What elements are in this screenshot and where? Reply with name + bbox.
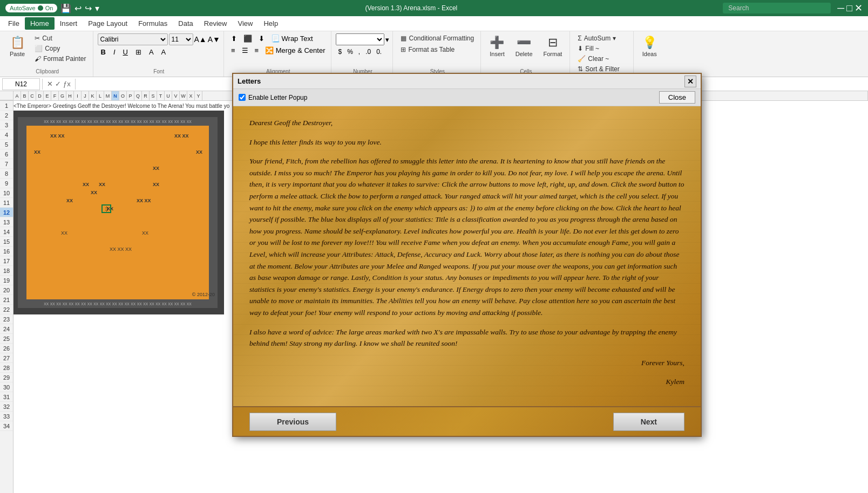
increase-decimal-button[interactable]: .0 xyxy=(363,47,373,57)
italic-button[interactable]: I xyxy=(110,47,119,57)
align-top-button[interactable]: ⬆ xyxy=(228,33,240,44)
number-format-arrow: ▾ xyxy=(385,36,389,44)
format-as-table-icon: ⊞ xyxy=(401,46,406,53)
formula-bar-divider xyxy=(42,79,43,90)
percent-button[interactable]: % xyxy=(345,47,355,57)
menu-review[interactable]: Review xyxy=(199,17,233,30)
align-row2: ≡ ☰ ≡ 🔀 Merge & Center xyxy=(228,45,328,56)
save-icon[interactable]: 💾 xyxy=(60,3,71,13)
delete-button[interactable]: ➖ Delete xyxy=(511,33,537,59)
col-header-o: O xyxy=(119,91,127,100)
col-header-l: L xyxy=(97,91,104,100)
autosave-status: On xyxy=(45,5,53,11)
cut-button[interactable]: ✂ Cut xyxy=(31,33,89,43)
row-num-17: 17 xyxy=(0,256,13,266)
close-dialog-button[interactable]: Close xyxy=(659,91,695,104)
menu-view[interactable]: View xyxy=(232,17,258,30)
insert-button[interactable]: ➕ Insert xyxy=(485,33,509,59)
align-bottom-button[interactable]: ⬇ xyxy=(256,33,267,44)
align-right-button[interactable]: ≡ xyxy=(252,45,262,56)
autosum-button[interactable]: Σ AutoSum ▾ xyxy=(574,33,619,43)
dialog-title-bar: Letters ✕ xyxy=(233,74,701,89)
wrap-text-button[interactable]: 📃 Wrap Text xyxy=(268,33,316,44)
minimize-icon[interactable]: ─ xyxy=(837,3,844,14)
decrease-decimal-button[interactable]: 0. xyxy=(374,47,384,57)
enable-popup-checkbox[interactable] xyxy=(239,94,246,101)
formula-bar-divider2 xyxy=(75,79,76,90)
paste-button[interactable]: 📋 Paste xyxy=(5,33,29,59)
font-size-decrease-icon[interactable]: A▼ xyxy=(208,35,220,44)
bold-button[interactable]: B xyxy=(98,47,109,57)
row-num-33: 33 xyxy=(0,412,13,421)
autosave-toggle[interactable]: AutoSave On xyxy=(5,4,57,12)
font-color-button[interactable]: A xyxy=(158,47,169,57)
align-left-button[interactable]: ≡ xyxy=(228,45,238,56)
ideas-button[interactable]: 💡 Ideas xyxy=(638,33,661,59)
align-row1: ⬆ ⬛ ⬇ 📃 Wrap Text xyxy=(228,33,316,44)
menu-help[interactable]: Help xyxy=(258,17,283,30)
currency-button[interactable]: $ xyxy=(336,47,344,57)
search-input[interactable] xyxy=(723,3,831,13)
merge-center-button[interactable]: 🔀 Merge & Center xyxy=(262,45,328,56)
number-format-select[interactable] xyxy=(336,33,384,45)
row-num-34: 34 xyxy=(0,421,13,431)
autosum-arrow: ▾ xyxy=(613,35,616,42)
align-center-button[interactable]: ☰ xyxy=(239,45,251,56)
dialog-footer: Previous Next xyxy=(233,406,701,436)
previous-button[interactable]: Previous xyxy=(249,413,336,431)
format-button[interactable]: ⊟ Format xyxy=(539,33,567,59)
format-painter-button[interactable]: 🖌 Format Painter xyxy=(31,54,89,64)
menu-data[interactable]: Data xyxy=(173,17,198,30)
fill-button[interactable]: ⬇ Fill ~ xyxy=(574,44,602,53)
copy-button[interactable]: ⬜ Copy xyxy=(31,44,89,53)
maximize-icon[interactable]: □ xyxy=(846,3,852,14)
menu-insert[interactable]: Insert xyxy=(55,17,83,30)
conditional-formatting-button[interactable]: ▦ Conditional Formatting xyxy=(397,33,477,43)
cancel-formula-icon[interactable]: ✕ xyxy=(47,80,53,88)
align-middle-button[interactable]: ⬛ xyxy=(241,33,255,44)
letter-sign-off: Forever Yours, xyxy=(249,357,684,369)
col-header-k: K xyxy=(89,91,97,100)
col-header-e: E xyxy=(44,91,51,100)
copyright: © 2012-20 xyxy=(192,292,215,297)
enemy-9: XX xyxy=(61,230,67,236)
row-numbers: 1 2 3 4 5 6 7 8 9 10 11 12 13 14 15 16 1… xyxy=(0,101,13,493)
clear-button[interactable]: 🧹 Clear ~ xyxy=(574,54,612,64)
menu-home[interactable]: Home xyxy=(25,17,55,30)
font-size-increase-icon[interactable]: A▲ xyxy=(194,35,207,44)
format-as-table-button[interactable]: ⊞ Format as Table xyxy=(397,45,458,54)
delete-icon: ➖ xyxy=(517,36,531,50)
menu-file[interactable]: File xyxy=(3,17,25,30)
row-num-19: 19 xyxy=(0,276,13,285)
undo-icon[interactable]: ↩ xyxy=(74,3,82,13)
customize-icon[interactable]: ▾ xyxy=(95,3,99,13)
redo-icon[interactable]: ↪ xyxy=(85,3,92,13)
letter-salutation: Dearest Geoff the Destroyer, xyxy=(249,117,684,129)
col-header-n: N xyxy=(112,91,119,100)
dialog-title: Letters xyxy=(238,77,261,85)
row-num-25: 25 xyxy=(0,334,13,344)
arena-top-wall: xx xx xx xx xx xx xx xx xx xx xx xx xx x… xyxy=(18,117,218,126)
enemy-11: XX XX XX xyxy=(110,246,132,252)
dialog-toolbar: Enable Letter Popup Close xyxy=(233,89,701,106)
close-icon[interactable]: ✕ xyxy=(855,2,863,14)
dialog-close-x-button[interactable]: ✕ xyxy=(684,76,696,87)
col-header-w: W xyxy=(180,91,187,100)
insert-function-icon[interactable]: ƒx xyxy=(63,80,71,88)
confirm-formula-icon[interactable]: ✓ xyxy=(55,80,61,88)
enable-popup-label: Enable Letter Popup xyxy=(248,94,307,101)
ribbon-alignment-group: ⬆ ⬛ ⬇ 📃 Wrap Text ≡ ☰ ≡ 🔀 Merge & Center… xyxy=(225,31,332,77)
row-num-10: 10 xyxy=(0,188,13,198)
comma-button[interactable]: , xyxy=(356,47,362,57)
border-button[interactable]: ⊞ xyxy=(132,47,145,57)
menu-formulas[interactable]: Formulas xyxy=(133,17,173,30)
wall-2: XX XX xyxy=(174,133,189,139)
font-size-select[interactable]: 11 xyxy=(169,33,193,45)
font-family-select[interactable]: Calibri xyxy=(98,33,168,45)
player-cell: :) xyxy=(101,204,111,213)
fill-color-button[interactable]: A xyxy=(146,47,157,57)
name-box[interactable]: N12 xyxy=(2,78,40,90)
menu-page-layout[interactable]: Page Layout xyxy=(83,17,133,30)
underline-button[interactable]: U xyxy=(120,47,131,57)
next-button[interactable]: Next xyxy=(613,413,684,431)
